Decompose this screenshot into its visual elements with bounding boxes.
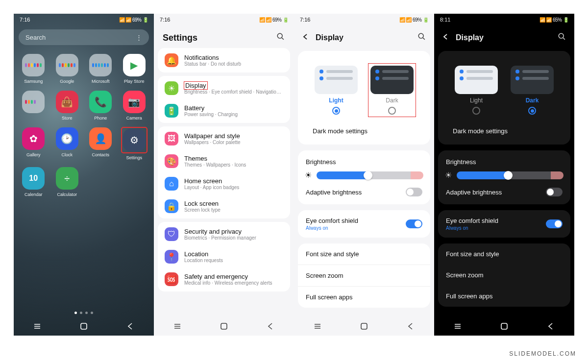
search-icon[interactable]	[276, 32, 285, 43]
sun-icon: ☀	[165, 81, 178, 95]
radio-dark[interactable]	[388, 107, 396, 115]
page-indicator	[14, 312, 154, 314]
row-eye-comfort[interactable]: Eye comfort shieldAlways on	[438, 210, 570, 238]
toggle-adaptive[interactable]	[406, 188, 422, 196]
more-icon[interactable]: ⋮	[136, 34, 142, 41]
settings-row-wallpaper-and-style[interactable]: 🖼Wallpaper and styleWallpapers · Color p…	[158, 127, 290, 150]
home-icon: ⌂	[165, 177, 178, 191]
radio-light[interactable]	[472, 107, 480, 115]
row-screen-zoom[interactable]: Screen zoom	[438, 265, 570, 286]
app-settings[interactable]: ⚙Settings	[118, 127, 151, 160]
theme-option-light[interactable]: Light	[313, 64, 360, 117]
brightness-slider[interactable]: ☀	[445, 170, 564, 180]
app-gallery[interactable]: ✿Gallery	[17, 127, 50, 160]
theme-option-light[interactable]: Light	[453, 64, 500, 117]
settings-row-security-and-privacy[interactable]: 🛡Security and privacyBiometrics · Permis…	[158, 223, 290, 245]
recents-icon[interactable]	[33, 322, 42, 331]
lock-icon: 🔒	[165, 199, 178, 213]
back-icon[interactable]	[546, 322, 555, 331]
app-calendar[interactable]: 10Calendar	[17, 167, 50, 197]
settings-row-display[interactable]: ☀DisplayBrightness · Eye comfort shield …	[158, 77, 290, 99]
settings-row-battery[interactable]: 🔋BatteryPower saving · Charging	[158, 99, 290, 122]
sun-icon: ☀	[445, 170, 452, 180]
android-nav[interactable]	[154, 317, 294, 336]
search-icon[interactable]	[558, 32, 566, 43]
row-adaptive-brightness[interactable]: Adaptive brightness	[445, 180, 564, 198]
home-search[interactable]: Search ⋮	[19, 29, 149, 45]
app-phone[interactable]: 📞Phone	[84, 91, 118, 121]
app-label: Calendar	[24, 192, 43, 197]
theme-option-dark[interactable]: Dark	[368, 64, 416, 117]
app-play-store[interactable]: ▶Play Store	[118, 54, 151, 84]
app-clock[interactable]: 🕑Clock	[50, 127, 84, 160]
row-font-size[interactable]: Font size and style	[438, 243, 570, 265]
settings-row-home-screen[interactable]: ⌂Home screenLayout · App icon badges	[158, 172, 290, 195]
pin-icon: 📍	[165, 250, 178, 264]
app-store[interactable]: 👜Store	[50, 91, 84, 121]
back-icon[interactable]	[406, 322, 415, 331]
recents-icon[interactable]	[313, 322, 322, 331]
app-folder[interactable]	[17, 91, 50, 121]
dark-preview-icon	[511, 66, 554, 94]
home-icon[interactable]	[360, 322, 368, 331]
settings-row-notifications[interactable]: 🔔NotificationsStatus bar · Do not distur…	[158, 49, 290, 72]
shield-icon: 🛡	[165, 227, 178, 241]
recents-icon[interactable]	[453, 322, 462, 331]
back-icon[interactable]	[126, 322, 135, 331]
toggle-eye-comfort[interactable]	[406, 219, 422, 228]
home-icon[interactable]	[500, 322, 509, 331]
row-title: Location	[184, 250, 223, 258]
app-calculator[interactable]: ÷Calculator	[50, 167, 84, 197]
brightness-slider[interactable]: ☀	[305, 170, 423, 180]
row-subtitle: Themes · Wallpapers · Icons	[184, 162, 246, 168]
svg-point-5	[559, 33, 564, 38]
svg-rect-4	[361, 323, 367, 329]
settings-row-safety-and-emergency[interactable]: 🆘Safety and emergencyMedical info · Wire…	[158, 268, 290, 291]
android-nav[interactable]	[294, 317, 434, 336]
row-eye-comfort[interactable]: Eye comfort shieldAlways on	[298, 210, 430, 238]
app-contacts[interactable]: 👤Contacts	[84, 127, 118, 160]
toggle-eye-comfort[interactable]	[546, 219, 563, 228]
radio-dark[interactable]	[528, 107, 536, 115]
app-camera[interactable]: 📷Camera	[118, 91, 151, 121]
back-icon[interactable]	[302, 33, 309, 42]
app-label: Samsung	[24, 79, 43, 84]
app-label: Google	[60, 79, 74, 84]
app-samsung[interactable]: Samsung	[17, 54, 50, 84]
settings-row-themes[interactable]: 🎨ThemesThemes · Wallpapers · Icons	[158, 150, 290, 172]
app-label: Contacts	[92, 152, 109, 157]
app-google[interactable]: Google	[50, 54, 84, 84]
status-bar: 7:16 📶 📶 69%🔋	[154, 14, 294, 25]
row-dark-mode-settings[interactable]: Dark mode settings	[445, 121, 564, 142]
home-icon[interactable]	[220, 322, 228, 331]
toggle-adaptive[interactable]	[546, 188, 563, 196]
app-microsoft[interactable]: Microsoft	[84, 54, 118, 84]
row-full-screen-apps[interactable]: Full screen apps	[298, 286, 430, 308]
recents-icon[interactable]	[173, 322, 182, 331]
settings-row-lock-screen[interactable]: 🔒Lock screenScreen lock type	[158, 195, 290, 218]
android-nav[interactable]	[14, 317, 154, 336]
back-icon[interactable]	[442, 33, 449, 42]
svg-point-1	[277, 33, 282, 38]
row-adaptive-brightness[interactable]: Adaptive brightness	[305, 180, 423, 198]
row-dark-mode-settings[interactable]: Dark mode settings	[305, 121, 423, 142]
bell-icon: 🔔	[165, 53, 178, 67]
radio-light[interactable]	[332, 107, 340, 115]
app-label: Play Store	[124, 79, 145, 84]
app-label: Gallery	[26, 152, 41, 157]
android-nav[interactable]	[434, 317, 574, 336]
row-subtitle: Status bar · Do not disturb	[184, 61, 241, 67]
back-icon[interactable]	[266, 322, 275, 331]
row-title: Wallpaper and style	[184, 132, 241, 140]
theme-option-dark[interactable]: Dark	[509, 64, 556, 117]
row-font-size[interactable]: Font size and style	[298, 243, 430, 265]
row-subtitle: Location requests	[184, 258, 223, 263]
search-icon[interactable]	[417, 32, 426, 43]
settings-row-location[interactable]: 📍LocationLocation requests	[158, 245, 290, 268]
row-full-screen-apps[interactable]: Full screen apps	[438, 286, 570, 307]
row-title: Lock screen	[184, 200, 220, 207]
svg-point-3	[418, 33, 423, 38]
row-screen-zoom[interactable]: Screen zoom	[298, 265, 430, 286]
home-icon[interactable]	[79, 322, 88, 331]
page-title: Display	[456, 33, 551, 42]
